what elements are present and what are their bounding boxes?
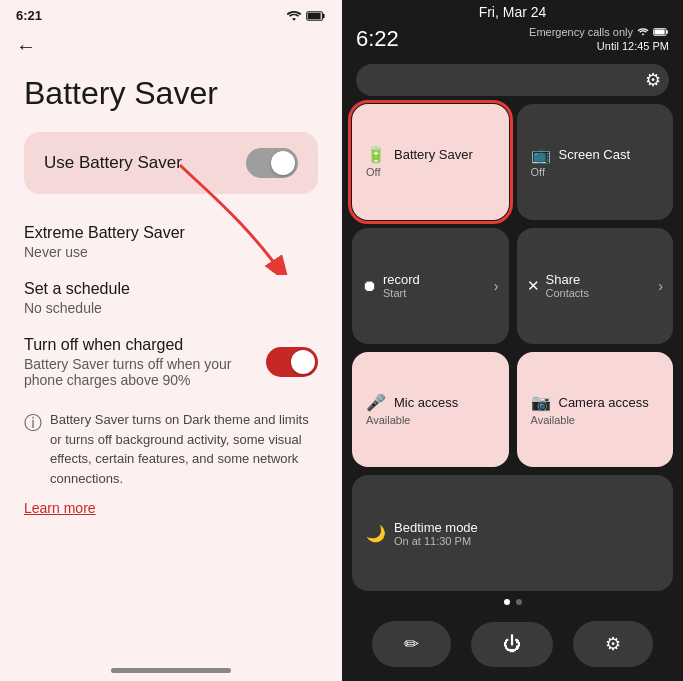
- camera-access-tile-icon: 📷: [531, 393, 551, 412]
- brightness-track[interactable]: ⚙: [356, 64, 669, 96]
- mic-access-tile-status: Available: [366, 414, 495, 426]
- dot-2: [516, 599, 522, 605]
- extreme-battery-saver-item[interactable]: Extreme Battery Saver Never use: [24, 214, 318, 270]
- share-chevron-icon: ›: [658, 278, 663, 294]
- back-button[interactable]: ←: [0, 27, 342, 66]
- set-schedule-subtitle: No schedule: [24, 300, 318, 316]
- share-tile-content: Share Contacts: [546, 272, 653, 299]
- tiles-grid: 🔋 Battery Saver Off 📺 Screen Cast Off ⏺ …: [342, 104, 683, 591]
- info-text: Battery Saver turns on Dark theme and li…: [50, 410, 318, 488]
- right-time: 6:22: [356, 26, 399, 52]
- screen-cast-tile-name: Screen Cast: [559, 147, 631, 162]
- camera-access-tile[interactable]: 📷 Camera access Available: [517, 352, 674, 468]
- right-time-row: 6:22 Emergency calls only Until 12:45 PM: [342, 24, 683, 60]
- battery-saver-tile-status: Off: [366, 166, 495, 178]
- until-text: Until 12:45 PM: [597, 40, 669, 52]
- mic-access-tile-header: 🎤 Mic access: [366, 393, 495, 412]
- battery-icon: [306, 10, 326, 22]
- turn-off-charged-text: Turn off when charged Battery Saver turn…: [24, 336, 266, 388]
- bedtime-tile-content: Bedtime mode On at 11:30 PM: [394, 520, 478, 547]
- screen-cast-tile[interactable]: 📺 Screen Cast Off: [517, 104, 674, 220]
- set-schedule-item[interactable]: Set a schedule No schedule: [24, 270, 318, 326]
- bottom-pill: [111, 668, 231, 673]
- info-icon: ⓘ: [24, 411, 42, 435]
- info-icon-row: ⓘ Battery Saver turns on Dark theme and …: [24, 410, 318, 488]
- settings-button[interactable]: ⚙: [573, 621, 653, 667]
- extreme-battery-saver-subtitle: Never use: [24, 244, 318, 260]
- camera-access-tile-name: Camera access: [559, 395, 649, 410]
- left-panel: 6:21 ← Battery Saver Use Battery Saver: [0, 0, 342, 681]
- edit-button[interactable]: ✏: [372, 621, 451, 667]
- right-battery-icon: [653, 27, 669, 37]
- right-date: Fri, Mar 24: [342, 0, 683, 24]
- power-button[interactable]: ⏻: [471, 622, 553, 667]
- share-tile-status: Contacts: [546, 287, 653, 299]
- edit-icon: ✏: [404, 633, 419, 655]
- svg-rect-6: [654, 29, 664, 34]
- battery-saver-tile-name: Battery Saver: [394, 147, 473, 162]
- settings-icon: ⚙: [605, 633, 621, 655]
- use-battery-saver-row[interactable]: Use Battery Saver: [24, 132, 318, 194]
- turn-off-charged-title: Turn off when charged: [24, 336, 254, 354]
- svg-rect-2: [308, 12, 321, 18]
- mic-access-tile-icon: 🎤: [366, 393, 386, 412]
- bottom-actions: ✏ ⏻ ⚙: [342, 611, 683, 681]
- bedtime-tile-icon: 🌙: [366, 524, 386, 543]
- svg-rect-1: [322, 13, 324, 17]
- power-icon: ⏻: [503, 634, 521, 655]
- bedtime-tile-status: On at 11:30 PM: [394, 535, 478, 547]
- use-battery-saver-label: Use Battery Saver: [44, 153, 182, 173]
- record-tile-icon: ⏺: [362, 277, 377, 294]
- bottom-bar: [0, 656, 342, 681]
- share-tile[interactable]: ✕ Share Contacts ›: [517, 228, 674, 344]
- screen-cast-tile-header: 📺 Screen Cast: [531, 145, 660, 164]
- battery-saver-tile[interactable]: 🔋 Battery Saver Off: [352, 104, 509, 220]
- page-title: Battery Saver: [24, 74, 318, 112]
- turn-off-charged-row[interactable]: Turn off when charged Battery Saver turn…: [24, 326, 318, 398]
- emergency-text: Emergency calls only: [529, 26, 669, 38]
- share-tile-name: Share: [546, 272, 653, 287]
- bedtime-tile[interactable]: 🌙 Bedtime mode On at 11:30 PM: [352, 475, 673, 591]
- bedtime-tile-name: Bedtime mode: [394, 520, 478, 535]
- record-tile[interactable]: ⏺ record Start ›: [352, 228, 509, 344]
- wifi-icon: [286, 10, 302, 22]
- share-tile-icon: ✕: [527, 277, 540, 295]
- set-schedule-title: Set a schedule: [24, 280, 318, 298]
- left-content: Battery Saver Use Battery Saver Extreme …: [0, 66, 342, 656]
- screen-cast-tile-status: Off: [531, 166, 660, 178]
- screen-cast-tile-icon: 📺: [531, 145, 551, 164]
- svg-rect-5: [666, 30, 668, 33]
- record-tile-status: Start: [383, 287, 488, 299]
- record-tile-name: record: [383, 272, 488, 287]
- learn-more-link[interactable]: Learn more: [24, 500, 318, 516]
- dot-indicator: [342, 591, 683, 611]
- turn-off-charged-subtitle: Battery Saver turns off when your phone …: [24, 356, 254, 388]
- turn-off-charged-toggle[interactable]: [266, 347, 318, 377]
- camera-access-tile-status: Available: [531, 414, 660, 426]
- battery-saver-tile-icon: 🔋: [366, 145, 386, 164]
- right-panel: Fri, Mar 24 6:22 Emergency calls only: [342, 0, 683, 681]
- brightness-row[interactable]: ⚙: [342, 60, 683, 104]
- status-icons: [286, 10, 326, 22]
- battery-saver-toggle[interactable]: [246, 148, 298, 178]
- dot-1: [504, 599, 510, 605]
- left-status-bar: 6:21: [0, 0, 342, 27]
- mic-access-tile[interactable]: 🎤 Mic access Available: [352, 352, 509, 468]
- mic-access-tile-name: Mic access: [394, 395, 458, 410]
- brightness-icon: ⚙: [645, 69, 661, 91]
- info-section: ⓘ Battery Saver turns on Dark theme and …: [24, 398, 318, 524]
- back-arrow-icon: ←: [16, 35, 36, 57]
- left-time: 6:21: [16, 8, 42, 23]
- record-tile-content: record Start: [383, 272, 488, 299]
- battery-saver-tile-header: 🔋 Battery Saver: [366, 145, 495, 164]
- camera-access-tile-header: 📷 Camera access: [531, 393, 660, 412]
- emergency-label: Emergency calls only: [529, 26, 633, 38]
- right-status-group: Emergency calls only Until 12:45 PM: [529, 26, 669, 52]
- record-chevron-icon: ›: [494, 278, 499, 294]
- extreme-battery-saver-title: Extreme Battery Saver: [24, 224, 318, 242]
- right-wifi-icon: [637, 27, 649, 37]
